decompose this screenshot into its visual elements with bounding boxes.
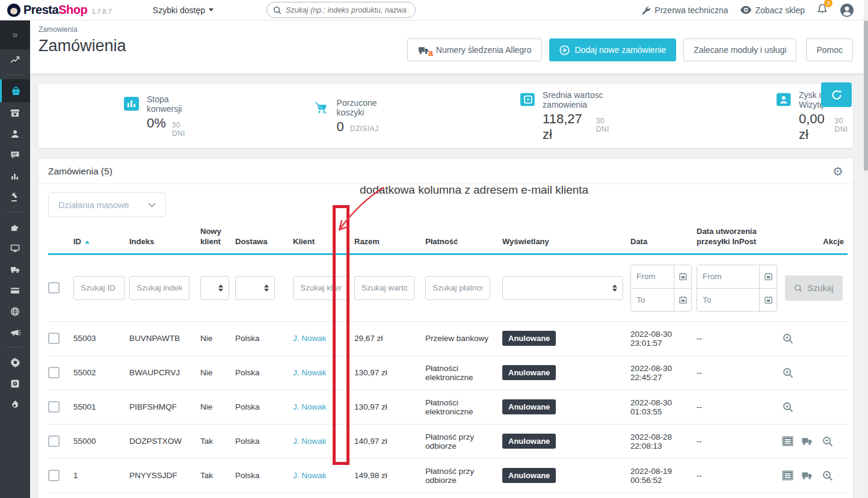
delivery-slip-icon[interactable] (782, 436, 793, 446)
orders-panel: Zamówienia (5) ⚙ Działania masowe ID (38, 159, 853, 498)
help-button[interactable]: Pomoc (806, 38, 853, 61)
row-actions (782, 401, 843, 413)
customer-link[interactable]: J. Nowak (293, 402, 327, 411)
bulk-actions-button[interactable]: Działania masowe (48, 192, 166, 217)
sidebar-collapse-button[interactable]: » (0, 20, 30, 49)
calendar-icon[interactable] (759, 289, 777, 311)
notifications-button[interactable]: 3 (817, 3, 828, 17)
select-all-checkbox[interactable] (48, 282, 60, 294)
col-inpost: Data utworzenia przesyłki InPost (697, 224, 782, 254)
view-order-icon[interactable] (782, 401, 794, 413)
sidebar-item-dashboard[interactable] (0, 49, 30, 70)
sidebar-item-stats[interactable] (0, 165, 30, 186)
chevron-down-icon (148, 203, 156, 208)
puzzle-icon (10, 222, 20, 233)
filter-razem-input[interactable] (354, 276, 414, 300)
kpi-average-order-value: Srednia wartosc zamowienia 118,27 zł30 D… (520, 90, 617, 143)
view-order-icon[interactable] (822, 435, 834, 447)
scrollbar-thumb[interactable] (864, 20, 868, 171)
kpi-visitor-icon (777, 90, 791, 109)
inpost-to-input[interactable] (697, 289, 759, 311)
cell-nowy-klient: Tak (200, 424, 235, 458)
view-order-icon[interactable] (782, 333, 794, 345)
filter-nowy-klient-select[interactable] (200, 276, 229, 300)
prestashop-logo[interactable]: PrestaShop 1.7.8.7 (7, 3, 112, 17)
sidebar-item-shipping[interactable] (0, 259, 30, 280)
gear-icon (10, 357, 21, 368)
sidebar-item-customers[interactable] (0, 123, 30, 144)
search-input[interactable] (286, 6, 409, 14)
row-checkbox[interactable] (48, 401, 60, 413)
sidebar-item-marketing[interactable] (0, 322, 30, 343)
cell-nowy-klient: Tak (200, 458, 235, 493)
sidebar-divider (7, 347, 23, 348)
customer-link[interactable]: J. Nowak (293, 437, 327, 446)
filter-search-button[interactable]: Szukaj (785, 275, 843, 301)
row-checkbox[interactable] (48, 333, 60, 344)
maintenance-button[interactable]: Przerwa techniczna (641, 5, 728, 15)
sidebar-item-international[interactable] (0, 301, 30, 322)
page-scrollbar[interactable] (864, 0, 868, 498)
col-indeks: Indeks (129, 224, 200, 254)
row-checkbox[interactable] (48, 367, 60, 378)
allegro-truck-icon: a (417, 45, 431, 55)
shipping-truck-icon[interactable] (801, 470, 814, 481)
allegro-a-mark: a (428, 48, 433, 58)
refresh-kpi-button[interactable] (821, 82, 852, 107)
filter-wyswietlany-select[interactable] (502, 276, 623, 300)
sidebar-item-orders[interactable] (0, 79, 30, 102)
cell-dostawa: Polska (235, 355, 293, 390)
customer-icon (10, 129, 20, 140)
sidebar-item-design[interactable] (0, 238, 30, 259)
sidebar-item-catalog[interactable] (0, 102, 30, 123)
filter-id-input[interactable] (73, 276, 125, 300)
header-buttons: a Numery śledzenia Allegro Dodaj nowe za… (407, 38, 853, 61)
filter-dostawa-select[interactable] (235, 276, 275, 300)
sidebar-item-payment[interactable] (0, 280, 30, 301)
quick-access-dropdown[interactable]: Szybki dostęp (153, 5, 214, 15)
cell-data: 2022-08-30 23:01:57 (630, 321, 697, 355)
sidebar-item-shop-parameters[interactable] (0, 352, 30, 373)
customer-link[interactable]: J. Nowak (293, 471, 327, 480)
row-checkbox[interactable] (48, 470, 60, 481)
panel-settings-gear-icon[interactable]: ⚙ (833, 165, 843, 177)
sidebar-item-customer-service[interactable] (0, 144, 30, 165)
cell-indeks: PNYYSSJDF (129, 458, 200, 493)
filter-platnosc-input[interactable] (425, 276, 490, 300)
add-order-button[interactable]: Dodaj nowe zamówienie (549, 38, 677, 61)
topbar: PrestaShop 1.7.8.7 Szybki dostęp Przerwa… (0, 0, 864, 20)
sidebar-item-advanced-parameters[interactable] (0, 373, 30, 394)
view-shop-button[interactable]: Zobacz sklep (740, 5, 805, 15)
filter-indeks-input[interactable] (129, 276, 189, 300)
cell-razem: 29,67 zł (354, 321, 425, 355)
prestashop-monkey-icon (7, 4, 20, 17)
customer-link[interactable]: J. Nowak (293, 334, 327, 343)
sidebar-item-auctions[interactable] (0, 186, 30, 208)
recommended-modules-button[interactable]: Zalecane moduły i usługi (683, 38, 796, 61)
customer-link[interactable]: J. Nowak (293, 368, 327, 377)
sidebar-item-performance[interactable] (0, 394, 30, 415)
main-content: Stopa konwersji 0%30 DNI Porzucone koszy… (30, 73, 864, 498)
row-checkbox[interactable] (48, 435, 60, 447)
calendar-icon[interactable] (674, 265, 691, 288)
inpost-from-input[interactable] (697, 265, 759, 288)
col-id[interactable]: ID (73, 224, 129, 254)
account-avatar[interactable] (840, 3, 854, 17)
view-order-icon[interactable] (782, 367, 794, 379)
cell-indeks: DOZPSTXOW (129, 424, 200, 458)
shipping-truck-icon[interactable] (801, 436, 814, 446)
cell-id: 55000 (73, 424, 129, 458)
allegro-tracking-button[interactable]: a Numery śledzenia Allegro (407, 38, 542, 61)
status-badge: Anulowane (502, 399, 556, 414)
data-from-input[interactable] (631, 265, 674, 288)
calendar-icon[interactable] (674, 289, 691, 311)
delivery-slip-icon[interactable] (782, 470, 793, 481)
topbar-right: Przerwa techniczna Zobacz sklep 3 (641, 3, 864, 17)
sidebar-item-modules[interactable] (0, 217, 30, 238)
view-order-icon[interactable] (822, 470, 834, 482)
cell-data: 2022-08-30 22:45:27 (630, 355, 697, 390)
cell-nowy-klient: Nie (200, 355, 235, 390)
calendar-icon[interactable] (759, 265, 777, 288)
data-to-input[interactable] (631, 289, 674, 311)
monitor-icon (10, 243, 20, 254)
